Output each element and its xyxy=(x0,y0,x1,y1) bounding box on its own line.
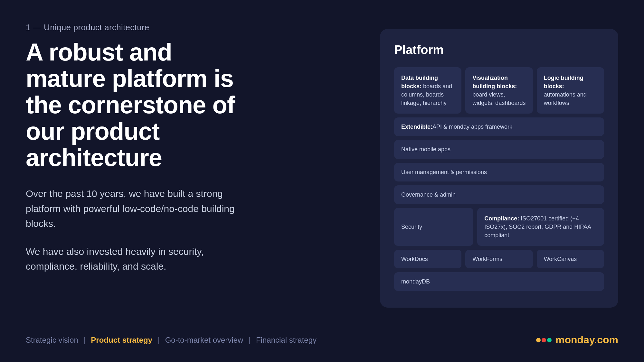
nav-strategic: Strategic vision xyxy=(26,336,78,344)
visualization-text: board views, widgets, dashboards xyxy=(472,91,526,106)
user-management-row: User management & permissions xyxy=(394,163,604,181)
main-heading: A robust and mature platform is the corn… xyxy=(26,39,251,171)
workforms-block: WorkForms xyxy=(465,250,533,268)
nav-financial: Financial strategy xyxy=(256,336,317,344)
logo-suffix-text: .com xyxy=(594,334,618,346)
sep2: | xyxy=(158,336,160,344)
mobile-row: Native mobile apps xyxy=(394,140,604,159)
logic-block: Logic building blocks: automations and w… xyxy=(537,67,604,114)
security-compliance-row: Security Compliance: ISO27001 certified … xyxy=(394,208,604,246)
work-apps-row: WorkDocs WorkForms WorkCanvas xyxy=(394,250,604,268)
user-management-block: User management & permissions xyxy=(394,163,604,181)
logic-bold: Logic building blocks: xyxy=(544,75,583,89)
slide-container: 1 — Unique product architecture A robust… xyxy=(0,0,644,362)
mondaydb-row: mondayDB xyxy=(394,272,604,291)
slide-number-label: 1 — Unique product architecture xyxy=(26,23,251,32)
sep1: | xyxy=(83,336,85,344)
sep3: | xyxy=(249,336,251,344)
footer-bar: Strategic vision | Product strategy | Go… xyxy=(26,331,618,346)
data-building-block: Data building blocks: boards and columns… xyxy=(394,67,461,114)
logo-area: monday.com xyxy=(536,334,618,346)
extendible-row: Extendible: API & monday apps framework xyxy=(394,117,604,136)
logo-dot-yellow xyxy=(536,338,541,342)
governance-block: Governance & admin xyxy=(394,185,604,204)
extendible-bold: Extendible: xyxy=(401,123,432,131)
security-block: Security xyxy=(394,208,473,246)
body-text-1: Over the past 10 years, we have built a … xyxy=(26,186,251,231)
monday-logo-icon xyxy=(536,338,552,342)
body-text-2: We have also invested heavily in securit… xyxy=(26,244,251,274)
main-content: 1 — Unique product architecture A robust… xyxy=(26,19,618,331)
platform-card: Platform Data building blocks: boards an… xyxy=(380,29,618,308)
logo-dot-red xyxy=(542,338,546,342)
extendible-text: API & monday apps framework xyxy=(432,123,512,131)
left-panel: 1 — Unique product architecture A robust… xyxy=(26,19,251,287)
compliance-bold: Compliance: xyxy=(484,215,519,222)
monday-logo-text: monday.com xyxy=(555,334,618,346)
workdocs-block: WorkDocs xyxy=(394,250,461,268)
nav-go-to-market: Go-to-market overview xyxy=(165,336,243,344)
building-blocks-row: Data building blocks: boards and columns… xyxy=(394,67,604,114)
nav-links: Strategic vision | Product strategy | Go… xyxy=(26,336,317,345)
platform-title: Platform xyxy=(394,43,604,57)
workcanvas-block: WorkCanvas xyxy=(537,250,604,268)
logo-main-text: monday xyxy=(555,334,594,346)
visualization-block: Visualization building blocks: board vie… xyxy=(465,67,533,114)
right-panel: Platform Data building blocks: boards an… xyxy=(270,19,618,308)
mobile-block: Native mobile apps xyxy=(394,140,604,159)
governance-row: Governance & admin xyxy=(394,185,604,204)
logic-text: automations and workflows xyxy=(544,91,587,106)
nav-product-strategy: Product strategy xyxy=(91,336,152,344)
mondaydb-block: mondayDB xyxy=(394,272,604,291)
logo-dot-green xyxy=(547,338,552,342)
extendible-block: Extendible: API & monday apps framework xyxy=(394,117,604,136)
visualization-bold: Visualization building blocks: xyxy=(472,75,517,89)
compliance-block: Compliance: ISO27001 certified (+4 ISO27… xyxy=(477,208,604,246)
